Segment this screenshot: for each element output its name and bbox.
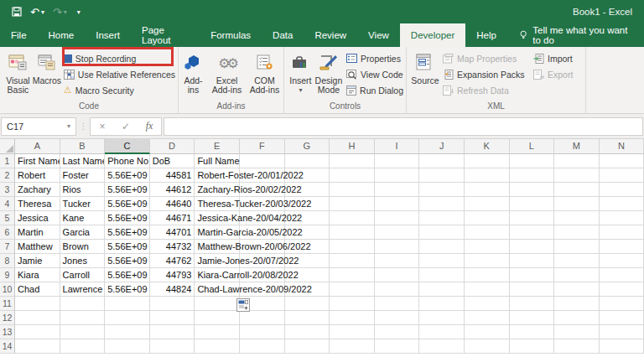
cell-I8[interactable] — [375, 254, 420, 268]
cell-K12[interactable] — [465, 311, 510, 325]
cell-F1[interactable] — [240, 154, 285, 168]
column-header-H[interactable]: H — [330, 139, 375, 154]
cell-E12[interactable] — [195, 311, 240, 325]
cell-L11[interactable] — [510, 297, 555, 311]
cell-L13[interactable] — [510, 325, 555, 339]
cell-H12[interactable] — [330, 311, 375, 325]
cell-C14[interactable] — [105, 339, 150, 354]
cell-D4[interactable]: 44640 — [150, 197, 195, 211]
cell-K1[interactable] — [465, 154, 510, 168]
tab-developer[interactable]: Developer — [400, 23, 465, 47]
cell-G11[interactable] — [285, 297, 330, 311]
cell-E14[interactable] — [195, 339, 240, 354]
cell-A10[interactable]: Chad — [15, 282, 60, 297]
cell-D13[interactable] — [150, 325, 195, 339]
cell-J13[interactable] — [419, 325, 465, 339]
cell-B8[interactable]: Jones — [60, 254, 106, 268]
cell-J2[interactable] — [419, 168, 465, 183]
cell-M2[interactable] — [554, 168, 600, 183]
cell-D6[interactable]: 44701 — [150, 225, 195, 240]
cell-I5[interactable] — [375, 211, 420, 225]
cell-L4[interactable] — [510, 197, 555, 211]
column-header-L[interactable]: L — [510, 139, 555, 154]
cell-J10[interactable] — [419, 282, 465, 297]
tab-formulas[interactable]: Formulas — [200, 23, 262, 47]
cell-J4[interactable] — [419, 197, 465, 211]
cell-M7[interactable] — [554, 240, 600, 254]
cell-K3[interactable] — [465, 183, 510, 197]
row-header-9[interactable]: 9 — [0, 268, 15, 282]
cell-B14[interactable] — [60, 339, 106, 354]
cell-H1[interactable] — [330, 154, 375, 168]
cell-H4[interactable] — [330, 197, 375, 211]
cell-C13[interactable] — [105, 325, 150, 339]
cell-L2[interactable] — [510, 168, 555, 183]
cell-E5[interactable]: Jessica-Kane-20/04/2022 — [195, 211, 240, 225]
tell-me-box[interactable]: Tell me what you want to do — [511, 23, 644, 47]
cell-D2[interactable]: 44581 — [150, 168, 195, 183]
refresh-data-button[interactable]: Refresh Data — [440, 82, 531, 98]
cell-M11[interactable] — [554, 297, 600, 311]
cell-H8[interactable] — [330, 254, 375, 268]
cell-A1[interactable]: First Name — [15, 154, 60, 168]
view-code-button[interactable]: View Code — [344, 66, 406, 82]
cell-A8[interactable]: Jamie — [15, 254, 60, 268]
cell-K11[interactable] — [465, 297, 510, 311]
cell-M12[interactable] — [554, 311, 600, 325]
cell-L8[interactable] — [510, 254, 555, 268]
cell-I12[interactable] — [375, 311, 420, 325]
redo-button[interactable]: ↷▾ — [53, 6, 67, 18]
cell-H2[interactable] — [330, 168, 375, 183]
tab-view[interactable]: View — [357, 23, 400, 47]
autofill-options-button[interactable] — [236, 298, 250, 312]
row-header-2[interactable]: 2 — [0, 168, 15, 183]
row-header-10[interactable]: 10 — [0, 282, 15, 297]
tab-review[interactable]: Review — [304, 23, 357, 47]
cell-A5[interactable]: Jessica — [15, 211, 60, 225]
cell-D9[interactable]: 44793 — [150, 268, 195, 282]
cell-L12[interactable] — [510, 311, 555, 325]
cell-N11[interactable] — [600, 297, 644, 311]
cell-L7[interactable] — [510, 240, 555, 254]
cell-E7[interactable]: Matthew-Brown-20/06/2022 — [195, 240, 240, 254]
cell-C8[interactable]: 5.56E+09 — [105, 254, 150, 268]
cell-K14[interactable] — [465, 339, 510, 354]
cell-H5[interactable] — [330, 211, 375, 225]
cell-E2[interactable]: Robert-Foster-20/01/2022 — [195, 168, 240, 183]
tab-file[interactable]: File — [0, 23, 38, 47]
map-properties-button[interactable]: Map Properties — [440, 50, 531, 66]
cell-E13[interactable] — [195, 325, 240, 339]
column-header-B[interactable]: B — [60, 139, 106, 154]
design-mode-button[interactable]: Design Mode — [314, 49, 344, 95]
formula-bar-divider[interactable]: ⋮ — [76, 122, 90, 131]
cell-C2[interactable]: 5.56E+09 — [105, 168, 150, 183]
cell-G1[interactable] — [285, 154, 330, 168]
row-header-13[interactable]: 13 — [0, 325, 15, 339]
cell-M8[interactable] — [554, 254, 600, 268]
cell-J3[interactable] — [419, 183, 465, 197]
cell-I4[interactable] — [375, 197, 420, 211]
cell-L9[interactable] — [510, 268, 555, 282]
cell-A3[interactable]: Zachary — [15, 183, 60, 197]
cell-J8[interactable] — [419, 254, 465, 268]
cell-J7[interactable] — [419, 240, 465, 254]
tab-insert[interactable]: Insert — [85, 23, 131, 47]
cell-K10[interactable] — [465, 282, 510, 297]
cell-B5[interactable]: Kane — [60, 211, 106, 225]
cell-K2[interactable] — [465, 168, 510, 183]
row-header-4[interactable]: 4 — [0, 197, 15, 211]
cell-J9[interactable] — [419, 268, 465, 282]
cell-I9[interactable] — [375, 268, 420, 282]
cell-B1[interactable]: Last Name — [60, 154, 106, 168]
cell-A14[interactable] — [15, 339, 60, 354]
addins-button[interactable]: Add-ins — [179, 49, 208, 95]
cell-L3[interactable] — [510, 183, 555, 197]
cell-C5[interactable]: 5.56E+09 — [105, 211, 150, 225]
cell-N2[interactable] — [600, 168, 644, 183]
cell-B11[interactable] — [60, 297, 106, 311]
excel-addins-button[interactable]: ⚙⚙ Excel Add-ins — [210, 49, 245, 95]
cell-N9[interactable] — [600, 268, 644, 282]
cell-B13[interactable] — [60, 325, 106, 339]
cell-N4[interactable] — [600, 197, 644, 211]
cell-L10[interactable] — [510, 282, 555, 297]
